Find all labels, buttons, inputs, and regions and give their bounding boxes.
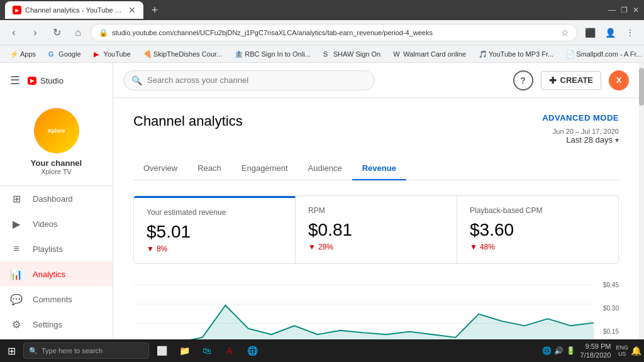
youtube-logo-icon: ▶	[28, 77, 36, 85]
volume-icon[interactable]: 🔊	[554, 346, 564, 355]
create-button[interactable]: ✚ CREATE	[541, 71, 601, 90]
cpm-change-arrow: ▼	[470, 243, 477, 251]
address-bar[interactable]: 🔒 studio.youtube.com/channel/UCFu2bjDNz_…	[91, 24, 577, 41]
close-button[interactable]: ✕	[633, 6, 639, 14]
taskbar: ⊞ 🔍 Type here to search ⬜ 📁 🛍 A 🌐 🌐 🔊 🔋 …	[0, 339, 644, 362]
bookmark-walmart[interactable]: W Walmart Card online	[388, 49, 471, 59]
yt-studio-header: 🔍 ? ✚ CREATE X	[113, 63, 639, 98]
clock-time: 9:59 PM	[580, 342, 611, 351]
taskbar-file-explorer[interactable]: 📁	[174, 341, 194, 361]
main-area: 🔍 ? ✚ CREATE X Channel analyt	[113, 63, 639, 339]
metric-card-cpm[interactable]: Playback-based CPM $3.60 ▼ 48%	[457, 196, 618, 263]
bookmark-youtube-label: YouTube	[104, 50, 131, 58]
network-icon[interactable]: 🌐	[542, 346, 552, 355]
hamburger-menu-button[interactable]: ☰	[10, 74, 20, 87]
taskbar-store[interactable]: 🛍	[197, 341, 217, 361]
tab-reach[interactable]: Reach	[187, 157, 231, 180]
bookmark-skiptheDishes[interactable]: 🍕 SkipTheDishes Cour...	[138, 49, 227, 59]
bookmark-shaw[interactable]: S SHAW Sign On	[318, 49, 386, 59]
lang-label: ENG	[616, 344, 628, 351]
advanced-mode-button[interactable]: ADVANCED MODE	[542, 113, 619, 123]
maximize-button[interactable]: ❐	[621, 6, 628, 14]
home-button[interactable]: ⌂	[69, 24, 87, 41]
battery-icon[interactable]: 🔋	[566, 346, 575, 355]
scrollbar-thumb[interactable]	[639, 68, 644, 106]
revenue-change-arrow: ▼	[147, 244, 154, 253]
tab-favicon: ▶	[13, 6, 21, 14]
minimize-button[interactable]: —	[608, 6, 616, 14]
tab-revenue[interactable]: Revenue	[352, 157, 406, 180]
sidebar-item-comments-label: Comments	[33, 295, 72, 304]
sidebar-item-comments[interactable]: 💬 Comments	[0, 287, 113, 312]
sidebar-item-settings[interactable]: ⚙ Settings	[0, 312, 113, 337]
browser-titlebar: ▶ Channel analytics - YouTube Stu... ✕ +…	[0, 0, 644, 20]
search-input[interactable]	[147, 75, 367, 85]
bookmark-google-label: Google	[58, 50, 80, 58]
page-title: Channel analytics	[133, 113, 243, 129]
tab-close-icon[interactable]: ✕	[128, 5, 136, 15]
bookmark-youtube[interactable]: ▶ YouTube	[89, 49, 136, 59]
browser-tab[interactable]: ▶ Channel analytics - YouTube Stu... ✕	[5, 1, 143, 19]
metric-card-rpm[interactable]: RPM $0.81 ▼ 29%	[296, 196, 457, 263]
rpm-change-arrow: ▼	[308, 243, 316, 251]
profile-icon[interactable]: 👤	[601, 24, 619, 41]
date-selector[interactable]: Jun 20 – Jul 17, 2020 Last 28 days ▾	[553, 128, 619, 145]
url-text: studio.youtube.com/channel/UCFu2bjDNz_j1…	[112, 29, 557, 36]
metric-rpm-change: ▼ 29%	[308, 243, 444, 251]
tab-engagement[interactable]: Engagement	[231, 157, 298, 180]
bookmarks-bar: ⚡ Apps G Google ▶ YouTube 🍕 SkipTheDishe…	[0, 45, 644, 63]
period-selector[interactable]: Last 28 days ▾	[566, 135, 619, 145]
ytmp3-favicon: 🎵	[479, 50, 486, 58]
refresh-button[interactable]: ↻	[48, 24, 65, 41]
metrics-row: Your estimated revenue $5.01 ▼ 8% RPM $0…	[133, 195, 619, 264]
back-button[interactable]: ‹	[5, 24, 23, 41]
metric-cpm-value: $3.60	[470, 220, 606, 240]
shaw-favicon: S	[323, 50, 331, 58]
taskbar-task-view[interactable]: ⬜	[152, 341, 172, 361]
taskbar-right: 🌐 🔊 🔋 9:59 PM 7/18/2020 ENG US 🔔	[542, 342, 641, 360]
metric-cpm-change-value: 48%	[480, 243, 495, 251]
studio-label: Studio	[40, 76, 64, 85]
toolbar-right: ⬛ 👤 ⋮	[581, 24, 639, 41]
tab-overview[interactable]: Overview	[133, 157, 187, 180]
create-plus-icon: ✚	[549, 75, 557, 85]
sidebar-item-analytics[interactable]: 📊 Analytics	[0, 261, 113, 287]
extensions-icon[interactable]: ⬛	[581, 24, 599, 41]
google-favicon: G	[48, 50, 56, 58]
menu-icon[interactable]: ⋮	[621, 24, 639, 41]
sidebar-item-playlists[interactable]: ≡ Playlists	[0, 236, 113, 261]
help-button[interactable]: ?	[513, 70, 533, 90]
channel-handle: Xplore TV	[41, 168, 72, 175]
page-scrollbar[interactable]	[639, 63, 644, 339]
analytics-tabs: Overview Reach Engagement Audience Reven	[133, 157, 619, 180]
start-button[interactable]: ⊞	[3, 343, 21, 359]
bookmark-star-icon[interactable]: ☆	[561, 28, 569, 38]
notification-icon[interactable]: 🔔	[631, 346, 641, 356]
bookmark-ytmp3[interactable]: 🎵 YouTube to MP3 Fr...	[474, 49, 558, 59]
search-box[interactable]: 🔍	[123, 70, 375, 90]
taskbar-search[interactable]: 🔍 Type here to search	[23, 343, 149, 359]
taskbar-chrome[interactable]: 🌐	[242, 341, 262, 361]
system-clock[interactable]: 9:59 PM 7/18/2020	[578, 342, 614, 360]
bookmark-walmart-label: Walmart Card online	[403, 50, 466, 58]
channel-avatar[interactable]: Xplore	[34, 108, 79, 153]
youtube-favicon: ▶	[94, 50, 101, 58]
sidebar-item-dashboard[interactable]: ⊞ Dashboard	[0, 186, 113, 211]
forward-button[interactable]: ›	[26, 24, 44, 41]
analytics-page: Channel analytics ADVANCED MODE Jun 20 –…	[113, 98, 639, 339]
bookmark-smallpdf[interactable]: 📄 Smallpdf.com - A Fr...	[561, 49, 644, 59]
bookmark-apps[interactable]: ⚡ Apps	[5, 49, 41, 59]
metric-card-revenue[interactable]: Your estimated revenue $5.01 ▼ 8%	[134, 196, 296, 263]
tab-reach-label: Reach	[197, 163, 221, 173]
channel-name: Your channel	[31, 158, 82, 168]
metric-revenue-change-value: 8%	[157, 244, 167, 253]
metric-revenue-change: ▼ 8%	[147, 244, 282, 253]
profile-button[interactable]: X	[609, 70, 629, 90]
tab-audience[interactable]: Audience	[298, 157, 352, 180]
bookmark-google[interactable]: G Google	[43, 49, 86, 59]
sidebar-item-videos[interactable]: ▶ Videos	[0, 211, 113, 236]
new-tab-button[interactable]: +	[147, 3, 162, 18]
bookmark-rbc[interactable]: 🏦 RBC Sign In to Onli...	[230, 49, 316, 59]
bookmark-smallpdf-label: Smallpdf.com - A Fr...	[576, 50, 642, 58]
taskbar-acrobat[interactable]: A	[219, 341, 240, 361]
